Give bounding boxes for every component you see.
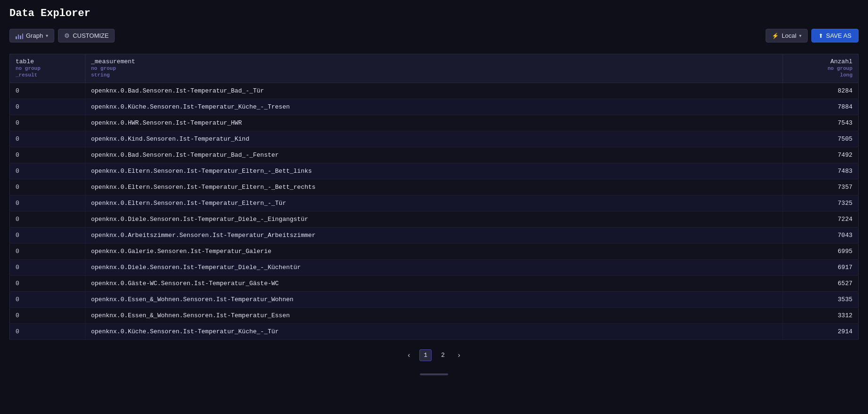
table-row: 0openknx.0.Küche.Sensoren.Ist-Temperatur… — [10, 323, 859, 339]
table-row: 0openknx.0.Bad.Sensoren.Ist-Temperatur_B… — [10, 147, 859, 163]
customize-button[interactable]: ⚙ CUSTOMIZE — [58, 29, 115, 42]
cell-measurement: openknx.0.Diele.Sensoren.Ist-Temperatur_… — [85, 259, 783, 275]
col-header-table: table no group_result — [10, 54, 85, 83]
cell-measurement: openknx.0.Gäste-WC.Sensoren.Ist-Temperat… — [85, 275, 783, 291]
cell-anzahl: 3535 — [783, 291, 859, 307]
table-row: 0openknx.0.HWR.Sensoren.Ist-Temperatur_H… — [10, 115, 859, 131]
chevron-down-icon-local: ▾ — [799, 33, 801, 38]
cell-table: 0 — [10, 131, 85, 147]
chevron-down-icon: ▾ — [46, 33, 48, 38]
cell-measurement: openknx.0.Bad.Sensoren.Ist-Temperatur_Ba… — [85, 83, 783, 99]
cell-anzahl: 7224 — [783, 211, 859, 227]
table-row: 0openknx.0.Eltern.Sensoren.Ist-Temperatu… — [10, 163, 859, 179]
scroll-indicator — [0, 373, 868, 375]
cell-measurement: openknx.0.Bad.Sensoren.Ist-Temperatur_Ba… — [85, 147, 783, 163]
cell-measurement: openknx.0.Arbeitszimmer.Sensoren.Ist-Tem… — [85, 227, 783, 243]
next-page-button[interactable]: › — [454, 349, 464, 361]
cell-anzahl: 8284 — [783, 83, 859, 99]
cell-measurement: openknx.0.Eltern.Sensoren.Ist-Temperatur… — [85, 179, 783, 195]
cell-anzahl: 7483 — [783, 163, 859, 179]
cell-measurement: openknx.0.Küche.Sensoren.Ist-Temperatur_… — [85, 99, 783, 115]
data-table-wrapper: table no group_result _measurement no gr… — [0, 54, 868, 340]
cell-table: 0 — [10, 275, 85, 291]
col-header-anzahl: Anzahl no grouplong — [783, 54, 859, 83]
cell-table: 0 — [10, 83, 85, 99]
local-label: Local — [782, 32, 796, 39]
cell-anzahl: 7325 — [783, 195, 859, 211]
cell-measurement: openknx.0.Eltern.Sensoren.Ist-Temperatur… — [85, 163, 783, 179]
cell-measurement: openknx.0.Essen_&_Wohnen.Sensoren.Ist-Te… — [85, 291, 783, 307]
page-2-button[interactable]: 2 — [437, 350, 449, 361]
table-row: 0openknx.0.Diele.Sensoren.Ist-Temperatur… — [10, 211, 859, 227]
cell-table: 0 — [10, 227, 85, 243]
cell-anzahl: 7884 — [783, 99, 859, 115]
cell-table: 0 — [10, 163, 85, 179]
cell-anzahl: 6917 — [783, 259, 859, 275]
table-row: 0openknx.0.Küche.Sensoren.Ist-Temperatur… — [10, 99, 859, 115]
cell-table: 0 — [10, 323, 85, 339]
table-header: table no group_result _measurement no gr… — [10, 54, 859, 83]
cell-table: 0 — [10, 243, 85, 259]
pagination: ‹ 1 2 › — [0, 349, 868, 371]
table-row: 0openknx.0.Galerie.Sensoren.Ist-Temperat… — [10, 243, 859, 259]
cell-measurement: openknx.0.Diele.Sensoren.Ist-Temperatur_… — [85, 211, 783, 227]
local-button[interactable]: ⚡ Local ▾ — [766, 29, 808, 42]
table-body: 0openknx.0.Bad.Sensoren.Ist-Temperatur_B… — [10, 83, 859, 339]
scroll-bar — [420, 373, 448, 375]
table-row: 0openknx.0.Essen_&_Wohnen.Sensoren.Ist-T… — [10, 291, 859, 307]
cell-table: 0 — [10, 99, 85, 115]
cell-table: 0 — [10, 179, 85, 195]
table-row: 0openknx.0.Bad.Sensoren.Ist-Temperatur_B… — [10, 83, 859, 99]
table-row: 0openknx.0.Gäste-WC.Sensoren.Ist-Tempera… — [10, 275, 859, 291]
toolbar-right: ⚡ Local ▾ ⬆ SAVE AS — [766, 29, 859, 42]
cell-anzahl: 6995 — [783, 243, 859, 259]
cell-measurement: openknx.0.Kind.Sensoren.Ist-Temperatur_K… — [85, 131, 783, 147]
prev-page-button[interactable]: ‹ — [404, 349, 414, 361]
cell-table: 0 — [10, 195, 85, 211]
table-row: 0openknx.0.Essen_&_Wohnen.Sensoren.Ist-T… — [10, 307, 859, 323]
cell-anzahl: 7043 — [783, 227, 859, 243]
cell-measurement: openknx.0.HWR.Sensoren.Ist-Temperatur_HW… — [85, 115, 783, 131]
table-row: 0openknx.0.Diele.Sensoren.Ist-Temperatur… — [10, 259, 859, 275]
gear-icon: ⚙ — [64, 32, 70, 39]
cell-anzahl: 3312 — [783, 307, 859, 323]
cell-anzahl: 6527 — [783, 275, 859, 291]
cell-table: 0 — [10, 307, 85, 323]
save-as-button[interactable]: ⬆ SAVE AS — [811, 29, 859, 42]
customize-label: CUSTOMIZE — [73, 32, 108, 39]
table-row: 0openknx.0.Kind.Sensoren.Ist-Temperatur_… — [10, 131, 859, 147]
cell-table: 0 — [10, 147, 85, 163]
bolt-icon: ⚡ — [772, 33, 779, 39]
page-title: Data Explorer — [9, 8, 859, 19]
table-row: 0openknx.0.Eltern.Sensoren.Ist-Temperatu… — [10, 179, 859, 195]
save-icon: ⬆ — [818, 33, 823, 39]
toolbar-left: Graph ▾ ⚙ CUSTOMIZE — [9, 29, 115, 42]
cell-anzahl: 7357 — [783, 179, 859, 195]
cell-table: 0 — [10, 291, 85, 307]
header: Data Explorer Graph ▾ ⚙ CUSTOMIZE ⚡ L — [0, 0, 868, 50]
cell-anzahl: 7543 — [783, 115, 859, 131]
graph-button[interactable]: Graph ▾ — [9, 29, 54, 42]
cell-table: 0 — [10, 211, 85, 227]
toolbar: Graph ▾ ⚙ CUSTOMIZE ⚡ Local ▾ ⬆ SAVE AS — [9, 26, 859, 45]
cell-table: 0 — [10, 115, 85, 131]
graph-icon — [16, 33, 23, 39]
col-header-measurement: _measurement no groupstring — [85, 54, 783, 83]
cell-measurement: openknx.0.Essen_&_Wohnen.Sensoren.Ist-Te… — [85, 307, 783, 323]
cell-measurement: openknx.0.Eltern.Sensoren.Ist-Temperatur… — [85, 195, 783, 211]
table-row: 0openknx.0.Eltern.Sensoren.Ist-Temperatu… — [10, 195, 859, 211]
table-row: 0openknx.0.Arbeitszimmer.Sensoren.Ist-Te… — [10, 227, 859, 243]
page-1-button[interactable]: 1 — [419, 349, 432, 361]
graph-label: Graph — [26, 32, 43, 39]
cell-table: 0 — [10, 259, 85, 275]
save-as-label: SAVE AS — [826, 32, 851, 39]
cell-anzahl: 7492 — [783, 147, 859, 163]
cell-anzahl: 2914 — [783, 323, 859, 339]
data-table: table no group_result _measurement no gr… — [9, 54, 859, 340]
cell-measurement: openknx.0.Küche.Sensoren.Ist-Temperatur_… — [85, 323, 783, 339]
cell-measurement: openknx.0.Galerie.Sensoren.Ist-Temperatu… — [85, 243, 783, 259]
cell-anzahl: 7505 — [783, 131, 859, 147]
